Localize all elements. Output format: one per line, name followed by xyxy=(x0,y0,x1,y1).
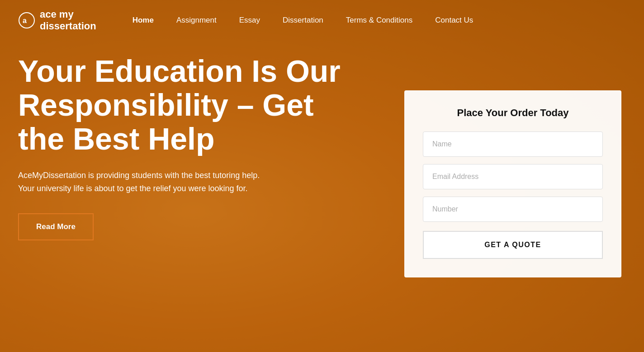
nav-terms[interactable]: Terms & Conditions xyxy=(346,16,412,24)
nav-contact[interactable]: Contact Us xyxy=(435,16,473,24)
nav-dissertation[interactable]: Dissertation xyxy=(283,16,323,24)
nav-home[interactable]: Home xyxy=(133,16,154,24)
number-input[interactable] xyxy=(423,197,603,222)
logo-link[interactable]: a ace my dissertation xyxy=(18,9,96,33)
hero-content: Your Education Is Our Responsibility – G… xyxy=(18,54,362,240)
name-input[interactable] xyxy=(423,131,603,157)
hero-section: a ace my dissertation Home Assignment Es… xyxy=(0,0,644,352)
read-more-button[interactable]: Read More xyxy=(18,213,94,240)
hero-heading: Your Education Is Our Responsibility – G… xyxy=(18,54,362,155)
svg-point-0 xyxy=(19,13,34,28)
nav-essay[interactable]: Essay xyxy=(239,16,260,24)
order-form-panel: Place Your Order Today GET A QUOTE xyxy=(404,90,621,277)
main-nav: a ace my dissertation Home Assignment Es… xyxy=(0,0,644,41)
form-title: Place Your Order Today xyxy=(423,107,603,119)
logo-icon: a xyxy=(18,12,35,29)
logo-text: ace my dissertation xyxy=(40,9,96,33)
hero-subtext: AceMyDissertation is providing students … xyxy=(18,169,362,195)
get-quote-button[interactable]: GET A QUOTE xyxy=(423,231,603,259)
svg-text:a: a xyxy=(23,17,27,24)
nav-assignment[interactable]: Assignment xyxy=(176,16,217,24)
nav-links: Home Assignment Essay Dissertation Terms… xyxy=(133,16,474,25)
email-input[interactable] xyxy=(423,164,603,189)
